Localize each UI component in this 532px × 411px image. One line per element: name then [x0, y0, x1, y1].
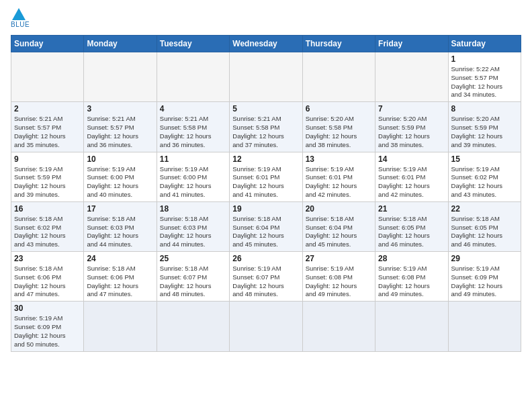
calendar-day-cell: 9Sunrise: 5:19 AM Sunset: 5:59 PM Daylig… [11, 152, 84, 201]
day-number: 18 [160, 204, 226, 214]
calendar-day-cell: 29Sunrise: 5:19 AM Sunset: 6:09 PM Dayli… [448, 252, 521, 302]
calendar-day-cell [230, 52, 302, 102]
calendar-day-cell: 13Sunrise: 5:19 AM Sunset: 6:01 PM Dayli… [302, 152, 375, 201]
day-number: 5 [232, 104, 299, 113]
day-info: Sunrise: 5:19 AM Sunset: 6:07 PM Dayligh… [232, 265, 299, 299]
header: BLUE [11, 11, 521, 28]
day-info: Sunrise: 5:18 AM Sunset: 6:03 PM Dayligh… [87, 215, 153, 249]
day-info: Sunrise: 5:19 AM Sunset: 6:09 PM Dayligh… [451, 265, 518, 299]
calendar-day-cell [302, 302, 375, 351]
day-info: Sunrise: 5:18 AM Sunset: 6:02 PM Dayligh… [14, 215, 81, 249]
calendar-day-cell: 5Sunrise: 5:21 AM Sunset: 5:58 PM Daylig… [230, 102, 302, 152]
day-info: Sunrise: 5:21 AM Sunset: 5:57 PM Dayligh… [14, 115, 81, 149]
day-number: 8 [451, 104, 518, 113]
calendar-day-cell: 4Sunrise: 5:21 AM Sunset: 5:58 PM Daylig… [157, 102, 229, 152]
calendar-day-cell: 25Sunrise: 5:18 AM Sunset: 6:07 PM Dayli… [157, 252, 229, 302]
calendar-day-cell: 14Sunrise: 5:19 AM Sunset: 6:01 PM Dayli… [375, 152, 448, 201]
day-info: Sunrise: 5:19 AM Sunset: 6:00 PM Dayligh… [87, 165, 153, 199]
calendar-day-cell: 30Sunrise: 5:19 AM Sunset: 6:09 PM Dayli… [11, 302, 84, 351]
calendar-day-cell: 8Sunrise: 5:20 AM Sunset: 5:59 PM Daylig… [448, 102, 521, 152]
calendar-day-cell: 15Sunrise: 5:19 AM Sunset: 6:02 PM Dayli… [448, 152, 521, 201]
day-info: Sunrise: 5:18 AM Sunset: 6:07 PM Dayligh… [160, 265, 226, 299]
calendar-week-row: 9Sunrise: 5:19 AM Sunset: 5:59 PM Daylig… [11, 152, 521, 201]
day-header-tuesday: Tuesday [157, 36, 229, 52]
calendar-day-cell: 11Sunrise: 5:19 AM Sunset: 6:00 PM Dayli… [157, 152, 229, 201]
calendar-day-cell [375, 52, 448, 102]
day-header-thursday: Thursday [302, 36, 375, 52]
calendar-table: SundayMondayTuesdayWednesdayThursdayFrid… [11, 35, 521, 352]
calendar-day-cell: 23Sunrise: 5:18 AM Sunset: 6:06 PM Dayli… [11, 252, 84, 302]
day-info: Sunrise: 5:18 AM Sunset: 6:05 PM Dayligh… [451, 215, 518, 249]
day-number: 13 [306, 154, 372, 164]
calendar-day-cell: 7Sunrise: 5:20 AM Sunset: 5:59 PM Daylig… [375, 102, 448, 152]
day-number: 26 [232, 254, 299, 263]
calendar-day-cell: 19Sunrise: 5:18 AM Sunset: 6:04 PM Dayli… [230, 201, 302, 251]
calendar-day-cell: 6Sunrise: 5:20 AM Sunset: 5:58 PM Daylig… [302, 102, 375, 152]
logo-text [11, 11, 26, 20]
logo-subtitle: BLUE [11, 21, 30, 28]
day-info: Sunrise: 5:20 AM Sunset: 5:59 PM Dayligh… [451, 115, 518, 149]
day-info: Sunrise: 5:20 AM Sunset: 5:59 PM Dayligh… [378, 115, 445, 149]
day-number: 23 [14, 254, 81, 263]
calendar-day-cell: 12Sunrise: 5:19 AM Sunset: 6:01 PM Dayli… [230, 152, 302, 201]
day-number: 27 [306, 254, 372, 263]
calendar-day-cell: 24Sunrise: 5:18 AM Sunset: 6:06 PM Dayli… [84, 252, 157, 302]
day-info: Sunrise: 5:18 AM Sunset: 6:06 PM Dayligh… [14, 265, 81, 299]
calendar-day-cell: 1Sunrise: 5:22 AM Sunset: 5:57 PM Daylig… [448, 52, 521, 102]
calendar-day-cell: 20Sunrise: 5:18 AM Sunset: 6:04 PM Dayli… [302, 201, 375, 251]
day-number: 15 [451, 154, 518, 164]
day-number: 28 [378, 254, 445, 263]
logo: BLUE [11, 11, 30, 28]
day-number: 30 [14, 304, 81, 313]
day-number: 16 [14, 204, 81, 214]
day-info: Sunrise: 5:20 AM Sunset: 5:58 PM Dayligh… [306, 115, 372, 149]
day-number: 29 [451, 254, 518, 263]
day-number: 17 [87, 204, 153, 214]
calendar-week-row: 16Sunrise: 5:18 AM Sunset: 6:02 PM Dayli… [11, 201, 521, 251]
calendar-day-cell: 26Sunrise: 5:19 AM Sunset: 6:07 PM Dayli… [230, 252, 302, 302]
day-header-sunday: Sunday [11, 36, 84, 52]
calendar-day-cell: 2Sunrise: 5:21 AM Sunset: 5:57 PM Daylig… [11, 102, 84, 152]
day-number: 10 [87, 154, 153, 164]
day-number: 14 [378, 154, 445, 164]
calendar-day-cell [302, 52, 375, 102]
day-number: 9 [14, 154, 81, 164]
day-number: 20 [306, 204, 372, 214]
calendar-day-cell [84, 302, 157, 351]
day-info: Sunrise: 5:21 AM Sunset: 5:58 PM Dayligh… [232, 115, 299, 149]
calendar-day-cell [448, 302, 521, 351]
day-number: 7 [378, 104, 445, 113]
day-info: Sunrise: 5:18 AM Sunset: 6:06 PM Dayligh… [87, 265, 153, 299]
calendar-day-cell: 27Sunrise: 5:19 AM Sunset: 6:08 PM Dayli… [302, 252, 375, 302]
day-info: Sunrise: 5:19 AM Sunset: 6:01 PM Dayligh… [306, 165, 372, 199]
calendar-day-cell: 17Sunrise: 5:18 AM Sunset: 6:03 PM Dayli… [84, 201, 157, 251]
day-number: 11 [160, 154, 226, 164]
calendar-day-cell [11, 52, 84, 102]
day-info: Sunrise: 5:19 AM Sunset: 6:09 PM Dayligh… [14, 314, 81, 349]
day-number: 25 [160, 254, 226, 263]
calendar-day-cell: 22Sunrise: 5:18 AM Sunset: 6:05 PM Dayli… [448, 201, 521, 251]
calendar-day-cell: 3Sunrise: 5:21 AM Sunset: 5:57 PM Daylig… [84, 102, 157, 152]
day-number: 12 [232, 154, 299, 164]
day-header-monday: Monday [84, 36, 157, 52]
calendar-day-cell: 21Sunrise: 5:18 AM Sunset: 6:05 PM Dayli… [375, 201, 448, 251]
day-info: Sunrise: 5:18 AM Sunset: 6:05 PM Dayligh… [378, 215, 445, 249]
calendar-week-row: 2Sunrise: 5:21 AM Sunset: 5:57 PM Daylig… [11, 102, 521, 152]
calendar-header-row: SundayMondayTuesdayWednesdayThursdayFrid… [11, 36, 521, 52]
day-info: Sunrise: 5:21 AM Sunset: 5:57 PM Dayligh… [87, 115, 153, 149]
day-number: 19 [232, 204, 299, 214]
day-header-wednesday: Wednesday [230, 36, 302, 52]
day-number: 21 [378, 204, 445, 214]
calendar-week-row: 1Sunrise: 5:22 AM Sunset: 5:57 PM Daylig… [11, 52, 521, 102]
day-header-saturday: Saturday [448, 36, 521, 52]
calendar-week-row: 30Sunrise: 5:19 AM Sunset: 6:09 PM Dayli… [11, 302, 521, 351]
calendar-day-cell [157, 52, 229, 102]
day-number: 24 [87, 254, 153, 263]
calendar-week-row: 23Sunrise: 5:18 AM Sunset: 6:06 PM Dayli… [11, 252, 521, 302]
day-info: Sunrise: 5:18 AM Sunset: 6:04 PM Dayligh… [232, 215, 299, 249]
page: BLUE SundayMondayTuesdayWednesdayThursda… [0, 0, 532, 357]
day-number: 3 [87, 104, 153, 113]
calendar-day-cell: 18Sunrise: 5:18 AM Sunset: 6:03 PM Dayli… [157, 201, 229, 251]
day-info: Sunrise: 5:19 AM Sunset: 6:08 PM Dayligh… [378, 265, 445, 299]
calendar-day-cell [84, 52, 157, 102]
